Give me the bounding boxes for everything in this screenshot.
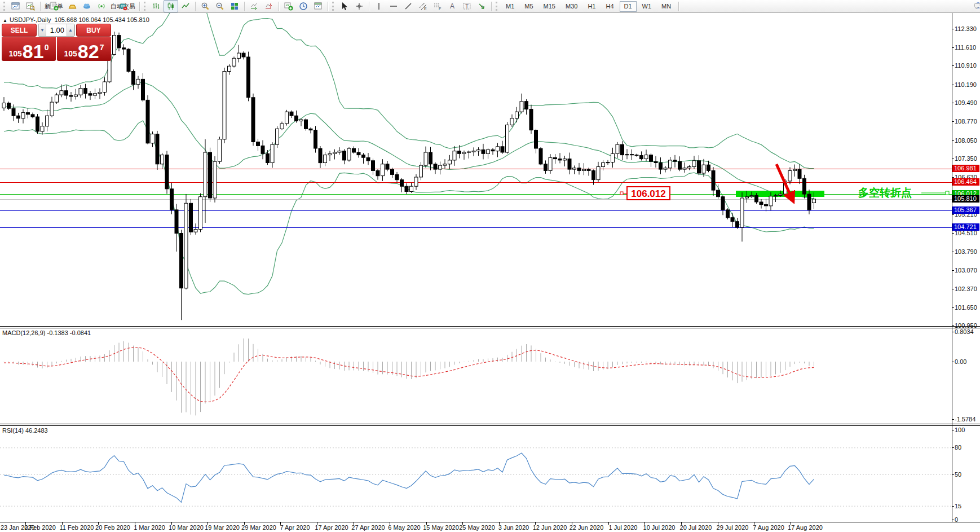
line-chart-icon	[181, 2, 190, 11]
main-chart-pane[interactable]: 106.012多空转折点	[0, 13, 952, 326]
chat-icon[interactable]	[974, 2, 980, 11]
candle	[285, 112, 289, 124]
timeframe-m1[interactable]: M1	[501, 1, 519, 12]
volume-input[interactable]	[46, 24, 67, 36]
candle	[443, 164, 447, 165]
candle	[644, 155, 648, 159]
candle	[156, 134, 159, 164]
candle	[506, 125, 509, 152]
macd-pane[interactable]	[0, 328, 952, 424]
top-toolbar: 新订单 自动交易 ▾ ▾	[0, 0, 980, 13]
date-axis[interactable]: 23 Jan 20202 Feb 202011 Feb 202020 Feb 2…	[0, 522, 980, 532]
candle	[142, 79, 145, 100]
candle	[213, 161, 217, 198]
date-label: 3 Jun 2020	[498, 524, 529, 531]
periods-button[interactable]: ▾	[296, 0, 311, 12]
candle	[467, 152, 471, 152]
pane-separator[interactable]	[0, 326, 980, 328]
rsi-scale-label: 0	[955, 516, 958, 523]
candle	[276, 129, 279, 144]
price-badge: 105.367	[952, 206, 979, 214]
timeframe-d1[interactable]: D1	[620, 1, 637, 12]
sell-price-display[interactable]: 105 81 0	[2, 37, 56, 61]
pane-separator[interactable]	[0, 424, 980, 426]
price-tick-mark	[952, 140, 954, 141]
toolbar-separator	[139, 2, 140, 11]
candle	[132, 72, 135, 85]
arrows-tool-button[interactable]: ▾	[474, 0, 489, 12]
new-order-button[interactable]: 新订单	[43, 0, 65, 12]
price-tick-label: 110.190	[955, 81, 977, 88]
line-chart-button[interactable]	[178, 0, 193, 12]
timeframe-h1[interactable]: H1	[583, 1, 600, 12]
price-tick-mark	[952, 103, 954, 103]
label-anchor-handle[interactable]	[946, 191, 949, 195]
indicators-button[interactable]: ▾	[281, 0, 296, 12]
rsi-pane[interactable]	[0, 425, 952, 522]
cursor-tool-button[interactable]	[337, 0, 352, 12]
timeframe-w1[interactable]: W1	[638, 1, 656, 12]
turning-point-label[interactable]: 多空转折点	[858, 187, 912, 199]
vertical-line-tool-button[interactable]	[372, 0, 386, 12]
candle	[683, 168, 686, 169]
candle	[630, 155, 634, 155]
buy-price-figure: 105	[64, 49, 77, 58]
timeframe-m5[interactable]: M5	[520, 1, 537, 12]
volume-decrease-button[interactable]: ▼	[38, 24, 46, 36]
price-badge: 106.981	[952, 165, 979, 172]
bar-chart-icon	[152, 2, 161, 11]
candle	[544, 164, 548, 171]
auto-scroll-button[interactable]	[247, 0, 262, 12]
chart-profile-button[interactable]	[23, 0, 38, 12]
buy-price-display[interactable]: 105 82 7	[57, 37, 111, 61]
timeframe-mn[interactable]: MN	[657, 1, 676, 12]
price-tick-label: 111.610	[955, 44, 976, 51]
candle	[549, 157, 552, 170]
trendline-tool-button[interactable]	[401, 0, 416, 12]
volume-stepper: ▼ ▲	[38, 24, 75, 37]
text-tool-button[interactable]: A	[445, 0, 460, 12]
price-tick-mark	[952, 214, 954, 215]
macd-scale-label: -1.5784	[955, 416, 975, 423]
date-label: 2 Feb 2020	[24, 524, 56, 531]
candle	[372, 161, 375, 171]
timeframe-m30[interactable]: M30	[561, 1, 582, 12]
candlestick-chart-button[interactable]	[164, 0, 178, 12]
rsi-scale-label: 50	[955, 471, 961, 478]
equidistant-channel-tool-button[interactable]: E	[416, 0, 430, 12]
price-badge: 106.464	[952, 178, 979, 186]
sell-button[interactable]: SELL	[2, 24, 37, 37]
signals-button[interactable]	[94, 0, 109, 12]
candle	[122, 48, 126, 49]
crosshair-tool-button[interactable]	[352, 0, 367, 12]
callout-handle[interactable]	[620, 192, 623, 195]
autotrading-button[interactable]: 自动交易	[109, 0, 137, 12]
zoom-in-button[interactable]	[198, 0, 213, 12]
candle	[573, 168, 576, 169]
candle	[386, 164, 389, 169]
timeframe-m15[interactable]: M15	[539, 1, 560, 12]
candle	[472, 151, 475, 152]
tile-windows-button[interactable]	[227, 0, 242, 12]
candle	[410, 186, 413, 191]
chart-window-button[interactable]	[8, 0, 23, 12]
buy-price-pip: 7	[100, 43, 104, 52]
horizontal-line-tool-button[interactable]	[386, 0, 401, 12]
chart-shift-button[interactable]	[262, 0, 276, 12]
mql5-community-button[interactable]	[80, 0, 94, 12]
price-tick-label: 103.070	[955, 267, 977, 274]
market-button[interactable]	[65, 0, 80, 12]
zoom-out-icon	[215, 2, 224, 11]
candle	[98, 93, 101, 94]
zoom-out-button[interactable]	[213, 0, 227, 12]
text-label-tool-button[interactable]: T	[460, 0, 474, 12]
volume-increase-button[interactable]: ▲	[67, 24, 74, 36]
fibonacci-tool-button[interactable]: F	[430, 0, 445, 12]
candle	[189, 203, 193, 232]
timeframe-h4[interactable]: H4	[601, 1, 618, 12]
bar-chart-button[interactable]	[149, 0, 164, 12]
templates-button[interactable]: ▾	[311, 0, 325, 12]
toolbar-separator	[195, 2, 196, 11]
toolbar-separator	[279, 2, 279, 11]
buy-button[interactable]: BUY	[76, 24, 111, 37]
